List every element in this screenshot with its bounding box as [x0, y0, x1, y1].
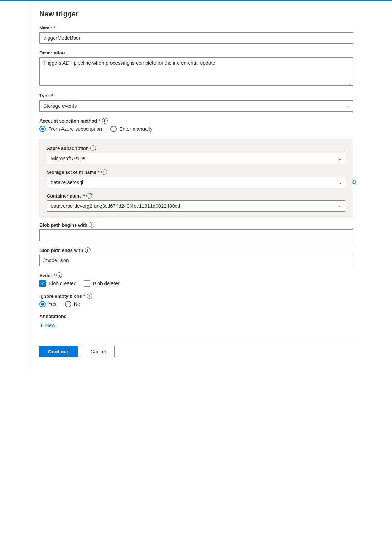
- event-required: *: [53, 273, 55, 278]
- container-name-field-group: Container name * i dataverse-devorg2-unq…: [47, 193, 345, 212]
- event-checkbox-group: ✓ Blob created Blob deleted: [39, 280, 353, 287]
- event-info-icon[interactable]: i: [56, 272, 62, 278]
- type-label: Type *: [39, 93, 353, 98]
- ignore-empty-blobs-field-group: Ignore empty blobs * i Yes No: [39, 293, 353, 307]
- container-name-required: *: [83, 193, 85, 199]
- azure-sub-field-group: Azure subscription i Microsoft Azure ⌄: [47, 145, 345, 164]
- radio-enter-manually-label: Enter manually: [119, 126, 152, 132]
- blob-deleted-checkbox: [84, 280, 90, 287]
- blob-created-checkbox: ✓: [39, 280, 46, 287]
- blob-created-check-icon: ✓: [41, 281, 44, 286]
- radio-from-azure[interactable]: From Azure subscription: [39, 126, 102, 132]
- plus-icon: +: [39, 322, 43, 329]
- azure-sub-select[interactable]: Microsoft Azure: [47, 153, 345, 164]
- container-name-select[interactable]: dataverse-devorg2-unq3cd674d243f4ec11811…: [47, 200, 345, 212]
- storage-account-refresh-icon[interactable]: ↻: [352, 178, 357, 186]
- blob-path-begins-info-icon[interactable]: i: [89, 222, 94, 228]
- event-label: Event * i: [39, 272, 353, 278]
- blob-path-begins-field-group: Blob path begins with i: [39, 222, 353, 241]
- checkbox-blob-created[interactable]: ✓ Blob created: [39, 280, 77, 287]
- container-name-label: Container name * i: [47, 193, 345, 199]
- new-trigger-panel: New trigger Name * Description Triggers …: [29, 1, 363, 369]
- description-input[interactable]: Triggers ADF pipeline when processing is…: [39, 57, 353, 86]
- blob-path-ends-label: Blob path ends with i: [39, 247, 353, 253]
- container-name-info-icon[interactable]: i: [86, 193, 92, 199]
- radio-yes[interactable]: Yes: [39, 301, 56, 307]
- type-required: *: [51, 93, 53, 98]
- storage-account-select-wrapper: dataversetosql ⌄: [47, 177, 345, 188]
- radio-enter-manually[interactable]: Enter manually: [110, 126, 152, 132]
- name-field-group: Name *: [39, 25, 353, 44]
- footer-buttons: Continue Cancel: [39, 339, 353, 361]
- ignore-empty-blobs-required: *: [83, 293, 85, 299]
- panel-title: New trigger: [39, 10, 353, 18]
- cancel-button[interactable]: Cancel: [82, 346, 115, 357]
- account-selection-field-group: Account selection method * i From Azure …: [39, 118, 353, 132]
- account-required: *: [99, 118, 100, 124]
- storage-account-select[interactable]: dataversetosql: [47, 177, 345, 188]
- storage-account-info-icon[interactable]: i: [101, 169, 107, 175]
- container-name-select-wrapper: dataverse-devorg2-unq3cd674d243f4ec11811…: [47, 200, 345, 212]
- annotations-label: Annotations: [39, 314, 353, 319]
- blob-path-ends-input[interactable]: [39, 255, 353, 266]
- azure-sub-label: Azure subscription i: [47, 145, 345, 151]
- radio-no-label: No: [74, 301, 80, 307]
- type-select-wrapper: Storage events Schedule Tumbling window …: [39, 100, 353, 112]
- radio-from-azure-label: From Azure subscription: [48, 126, 102, 132]
- ignore-empty-blobs-label: Ignore empty blobs * i: [39, 293, 353, 299]
- radio-yes-circle: [39, 301, 46, 307]
- account-info-icon[interactable]: i: [102, 118, 108, 124]
- storage-account-wrapper: dataversetosql ⌄ ↻: [47, 177, 345, 188]
- storage-account-field-group: Storage account name * i dataversetosql …: [47, 169, 345, 188]
- blob-created-label: Blob created: [49, 281, 77, 286]
- radio-no-circle: [65, 301, 71, 307]
- type-field-group: Type * Storage events Schedule Tumbling …: [39, 93, 353, 112]
- account-selection-radio-group: From Azure subscription Enter manually: [39, 126, 353, 132]
- blob-path-ends-field-group: Blob path ends with i: [39, 247, 353, 266]
- description-field-group: Description Triggers ADF pipeline when p…: [39, 50, 353, 87]
- type-select[interactable]: Storage events Schedule Tumbling window …: [39, 100, 353, 112]
- radio-yes-label: Yes: [48, 301, 56, 307]
- checkbox-blob-deleted[interactable]: Blob deleted: [84, 280, 121, 287]
- name-required: *: [53, 25, 55, 31]
- add-new-label: New: [45, 323, 55, 328]
- event-field-group: Event * i ✓ Blob created Blob deleted: [39, 272, 353, 287]
- continue-button[interactable]: Continue: [39, 346, 78, 357]
- storage-account-label: Storage account name * i: [47, 169, 345, 175]
- ignore-empty-blobs-info-icon[interactable]: i: [87, 293, 92, 299]
- account-selection-label: Account selection method * i: [39, 118, 353, 124]
- name-input[interactable]: [39, 32, 353, 44]
- add-new-annotation-button[interactable]: + New: [39, 321, 55, 330]
- name-label: Name *: [39, 25, 353, 31]
- subscription-sub-section: Azure subscription i Microsoft Azure ⌄ S…: [39, 139, 353, 218]
- radio-enter-manually-circle: [110, 126, 117, 132]
- azure-sub-select-wrapper: Microsoft Azure ⌄: [47, 153, 345, 164]
- description-label: Description: [39, 50, 353, 55]
- azure-sub-info-icon[interactable]: i: [90, 145, 96, 151]
- radio-no[interactable]: No: [65, 301, 80, 307]
- annotations-section: Annotations + New: [39, 314, 353, 330]
- storage-account-required: *: [98, 169, 99, 175]
- blob-path-ends-info-icon[interactable]: i: [85, 247, 91, 253]
- blob-deleted-label: Blob deleted: [93, 281, 121, 286]
- blob-path-begins-label: Blob path begins with i: [39, 222, 353, 228]
- blob-path-begins-input[interactable]: [39, 229, 353, 241]
- ignore-empty-blobs-radio-group: Yes No: [39, 301, 353, 307]
- radio-from-azure-circle: [39, 126, 46, 132]
